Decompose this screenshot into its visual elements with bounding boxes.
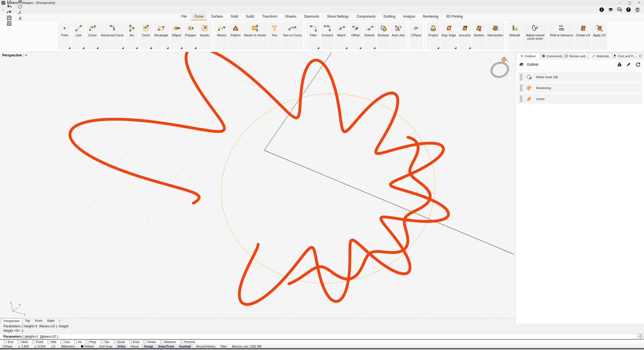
menu-tab-diamonds[interactable]: Diamonds <box>301 13 322 20</box>
ribbon-button-polygon[interactable]: Polygon <box>184 22 197 50</box>
osnap-perp[interactable]: Perp <box>86 340 96 344</box>
panel-tab-materials[interactable]: Materials <box>588 53 612 59</box>
viewport-tab-front[interactable]: Front <box>32 318 45 323</box>
panel-close-icon[interactable]: ✕ <box>1 8 5 11</box>
save-button[interactable] <box>6 15 12 21</box>
status-cell-3[interactable]: z 0 <box>48 344 58 348</box>
pencil-button[interactable] <box>626 62 631 67</box>
menu-tab-3d-printing[interactable]: 3D Printing <box>443 13 466 20</box>
file-clock-button[interactable] <box>6 0 12 4</box>
avatar-button[interactable] <box>635 7 640 12</box>
ribbon-button-apply-uv[interactable]: Apply UV <box>592 22 607 50</box>
status-toggle-planar[interactable]: Planar <box>128 344 141 348</box>
ribbon-button-extend[interactable]: Extend <box>363 22 376 50</box>
osnap-knot[interactable]: Knot <box>129 340 139 344</box>
panel-tab-outliner[interactable]: Outliner <box>516 53 540 59</box>
panel-settings-button[interactable] <box>637 53 643 59</box>
ribbon-button-raster-to-vector[interactable]: Raster to Vector <box>243 22 267 50</box>
dropdown-corner-icon[interactable] <box>373 47 375 49</box>
osnap-tan[interactable]: Tan <box>100 340 109 344</box>
ribbon-button-auto-join[interactable]: Auto Join <box>391 22 406 50</box>
panel-tab-render-and-[interactable]: Render and... <box>564 53 588 59</box>
ribbon-button-arc[interactable]: Arc <box>125 22 139 50</box>
ribbon-button-waves[interactable]: Waves <box>215 22 228 50</box>
level-button[interactable] <box>17 15 23 21</box>
dropdown-corner-icon[interactable] <box>167 47 169 49</box>
info-button[interactable] <box>599 7 604 12</box>
ribbon-button-cplane[interactable]: CPlane <box>409 22 423 50</box>
command-history[interactable]: Parameters ( Height=3 Waves=10 ): Height… <box>0 323 644 334</box>
menu-tab-shanks[interactable]: Shanks <box>282 13 299 20</box>
dropdown-corner-icon[interactable] <box>345 47 347 49</box>
dropdown-corner-icon[interactable] <box>150 47 152 49</box>
menu-tab-curve[interactable]: Curve <box>191 13 207 20</box>
viewport-tab-right[interactable]: Right <box>45 318 57 323</box>
osnap-near[interactable]: Near <box>18 340 28 344</box>
ribbon-button-create-uv[interactable]: Create UV <box>575 22 591 50</box>
ribbon-button-rebuild[interactable]: Rebuild <box>508 22 521 50</box>
undo-button[interactable] <box>6 4 12 9</box>
osnap-end[interactable]: End <box>4 340 13 344</box>
status-toggle-smarttrack[interactable]: SmartTrack <box>156 344 177 348</box>
osnap-quad[interactable]: Quad <box>113 340 125 344</box>
minimize-button[interactable]: – <box>615 0 625 6</box>
osnap-int[interactable]: Int <box>74 340 81 344</box>
learn-button[interactable] <box>608 7 613 12</box>
dropdown-corner-icon[interactable] <box>122 47 124 49</box>
ribbon-button-offset[interactable]: Offset <box>349 22 362 50</box>
ribbon-button-rectangle[interactable]: Rectangle <box>153 22 169 50</box>
menu-tab-file[interactable]: File <box>178 13 190 20</box>
viewport-title[interactable]: Perspective | ▾ <box>2 53 27 57</box>
ribbon-button-circle[interactable]: Circle <box>139 22 153 50</box>
status-toggle-gumball[interactable]: Gumball <box>177 344 193 348</box>
ribbon-button-fillet[interactable]: Fillet <box>307 22 320 50</box>
status-toggle-osnap[interactable]: Osnap <box>141 344 156 348</box>
status-cell-0[interactable]: CPlane <box>0 344 15 348</box>
viewport-title-dropdown-icon[interactable]: ▾ <box>25 54 27 57</box>
outliner-item-rendering[interactable]: Rendering <box>517 83 642 93</box>
prompt-scroll-down-button[interactable]: ▼ <box>637 337 643 339</box>
ribbon-button-advanced-curve[interactable]: Advanced Curve <box>100 22 125 50</box>
osnap-cen[interactable]: Cen <box>60 340 70 344</box>
ribbon-button-text-on-curve[interactable]: Aa Text on Curve <box>282 22 303 50</box>
status-toggle-grid-snap[interactable]: Grid Snap <box>97 344 115 348</box>
dropdown-corner-icon[interactable] <box>68 47 70 49</box>
menu-tab-rendering[interactable]: Rendering <box>420 13 441 20</box>
dropdown-corner-icon[interactable] <box>195 47 196 49</box>
ribbon-button-isocurve[interactable]: Isocurve <box>458 22 472 50</box>
osnap-between[interactable]: Between <box>160 340 176 344</box>
restore-button[interactable]: ▢ <box>625 0 634 6</box>
ribbon-button-pattern[interactable]: Pattern <box>229 22 242 50</box>
ribbon-button-ellipse[interactable]: Ellipse <box>170 22 183 50</box>
ribbon-button-project[interactable]: Project <box>427 22 440 50</box>
ribbon-button-boolean[interactable]: Boolean <box>377 22 390 50</box>
viewport-tab-top[interactable]: Top <box>22 318 32 323</box>
osnap-point[interactable]: Point <box>32 340 43 344</box>
ribbon-button-connect[interactable]: Connect <box>321 22 334 50</box>
menu-tab-components[interactable]: Components <box>354 13 379 20</box>
redo-button[interactable] <box>6 9 12 15</box>
outliner-item-unset[interactable]: Unset <box>517 94 642 104</box>
weight-kg-button[interactable]: Kg <box>617 62 622 67</box>
menu-tab-drafting[interactable]: Drafting <box>380 13 398 20</box>
menu-tab-transform[interactable]: Transform <box>259 13 280 20</box>
ribbon-button-line[interactable]: Line <box>72 22 85 50</box>
viewport-canvas[interactable]: z y x Perspective | ▾ <box>0 52 515 318</box>
menu-tab-analyze[interactable]: Analyze <box>400 13 418 20</box>
panel-tab-cost-and-pr-[interactable]: Cost and Pr... <box>613 53 636 59</box>
lightning-button[interactable] <box>17 0 23 4</box>
menu-tab-surface[interactable]: Surface <box>208 13 226 20</box>
status-toggle-ortho[interactable]: Ortho <box>115 344 128 348</box>
outliner-item-white-gold-18k[interactable]: 18K White Gold 18k <box>517 72 642 82</box>
dropdown-corner-icon[interactable] <box>437 47 439 49</box>
osnap-vertex[interactable]: Vertex <box>143 340 156 344</box>
ribbon-button-curve[interactable]: Curve <box>86 22 99 50</box>
dropdown-corner-icon[interactable] <box>96 47 98 49</box>
help-button[interactable]: ? <box>626 7 631 12</box>
dropdown-corner-icon[interactable] <box>469 47 471 49</box>
viewport-tab-perspective[interactable]: Perspective <box>1 318 22 323</box>
ribbon-button-match[interactable]: Match <box>335 22 348 50</box>
panel-tab-commands[interactable]: Commands <box>540 53 564 59</box>
puzzle-button[interactable] <box>17 4 23 9</box>
fork-button[interactable] <box>17 9 23 15</box>
